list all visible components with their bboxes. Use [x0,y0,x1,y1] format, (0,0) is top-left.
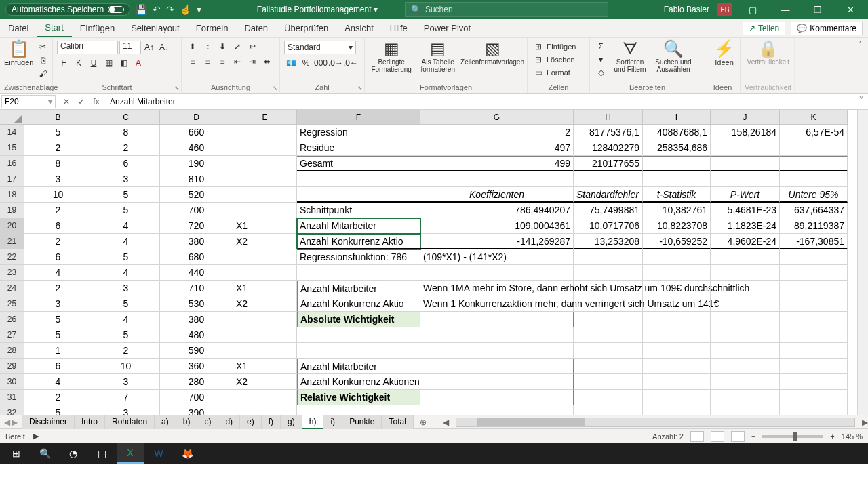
sheet-tab-f)[interactable]: f) [261,415,281,429]
cell[interactable] [643,390,711,405]
row-header-19[interactable]: 19 [0,203,24,218]
cell[interactable]: 497 [420,140,574,156]
cell[interactable]: 10 [24,187,92,203]
row-header-27[interactable]: 27 [0,327,24,343]
cell[interactable] [297,405,420,415]
ribbon-mode-icon[interactable]: ▢ [741,5,765,15]
cell[interactable]: 380 [160,312,233,327]
cell[interactable] [574,327,643,343]
increase-font-icon[interactable]: A↑ [142,41,156,54]
cell[interactable] [297,171,420,187]
view-normal-icon[interactable] [690,431,704,442]
cell[interactable] [574,405,643,415]
expand-icon[interactable]: ⤡ [174,85,180,92]
row-header-31[interactable]: 31 [0,390,24,405]
cell[interactable] [780,359,848,374]
cancel-formula-icon[interactable]: ✕ [60,97,73,106]
row-header-32[interactable]: 32 [0,405,24,415]
sheet-tab-Rohdaten[interactable]: Rohdaten [104,415,155,429]
borders-button[interactable]: ▦ [102,57,115,69]
cell[interactable] [780,140,848,156]
row-header-26[interactable]: 26 [0,312,24,327]
cell[interactable]: 360 [160,359,233,374]
fill-icon[interactable]: ▾ [594,54,608,66]
row-header-28[interactable]: 28 [0,343,24,359]
cell[interactable]: t-Statistik [643,187,711,203]
cell[interactable]: 4,9602E-24 [711,234,780,249]
cell[interactable]: Residue [297,140,420,156]
cell[interactable]: 280 [160,374,233,390]
cell[interactable]: 720 [160,218,233,234]
sheet-tab-Disclaimer[interactable]: Disclaimer [22,415,75,429]
col-header-B[interactable]: B [24,110,92,125]
cell[interactable]: 700 [160,390,233,405]
sheet-tab-Intro[interactable]: Intro [74,415,105,429]
cell[interactable]: 6 [24,359,92,374]
orientation-icon[interactable]: ⤢ [231,41,244,53]
cell[interactable]: 5 [92,187,160,203]
select-all-button[interactable] [0,110,24,125]
align-left-icon[interactable]: ≡ [186,56,199,68]
sheet-tab-c)[interactable]: c) [197,415,218,429]
cell[interactable]: Anzahl Mitarbeiter [297,218,420,234]
cell[interactable] [420,265,574,281]
cell[interactable] [780,327,848,343]
sheet-tab-Total[interactable]: Total [381,415,413,429]
sheet-tab-a)[interactable]: a) [154,415,176,429]
cell[interactable]: 499 [420,156,574,171]
tab-seitenlayout[interactable]: Seitenlayout [123,19,188,37]
col-header-H[interactable]: H [574,110,643,125]
col-header-J[interactable]: J [711,110,780,125]
cell[interactable] [711,343,780,359]
cell[interactable]: 3 [92,171,160,187]
cell[interactable] [711,249,780,265]
cell[interactable] [574,359,643,374]
cell[interactable] [420,312,574,327]
cell[interactable] [233,265,297,281]
share-button[interactable]: ↗Teilen [743,22,785,35]
add-sheet-button[interactable]: ⊕ [417,418,429,427]
cell[interactable] [574,171,643,187]
firefox-taskbar-icon[interactable]: 🦊 [174,443,201,464]
expand-icon[interactable]: ⤡ [357,85,363,92]
name-box[interactable]: F20▾ [1,95,56,108]
expand-formula-icon[interactable]: ˅ [854,95,868,108]
cell[interactable]: 7 [92,390,160,405]
collapse-ribbon-icon[interactable]: ˄ [853,38,868,93]
sheet-tab-i)[interactable]: i) [323,415,342,429]
cell[interactable]: (109*X1) - (141*X2) [420,249,574,265]
cell[interactable]: 10,0717706 [574,218,643,234]
cell[interactable]: 89,2119387 [780,218,848,234]
cell[interactable]: 700 [160,203,233,218]
font-color-button[interactable]: A [132,57,145,69]
cell[interactable] [233,405,297,415]
close-icon[interactable]: ✕ [838,5,863,15]
tab-ueberpruefen[interactable]: Überprüfen [276,19,336,37]
cell[interactable]: 460 [160,140,233,156]
font-name-combo[interactable]: Calibri [57,41,118,54]
cell[interactable] [233,140,297,156]
spreadsheet-grid[interactable]: 14151617181920212223242526272829303132 B… [0,110,868,415]
cell[interactable]: 6 [24,218,92,234]
comma-icon[interactable]: 000 [314,57,328,69]
cell[interactable]: Regression [297,125,420,140]
tab-hilfe[interactable]: Hilfe [382,19,416,37]
cell[interactable]: 3 [92,374,160,390]
cell[interactable] [233,343,297,359]
copy-icon[interactable]: ⎘ [36,54,50,66]
italic-button[interactable]: K [72,57,85,69]
cell[interactable]: 380 [160,234,233,249]
tab-ansicht[interactable]: Ansicht [336,19,382,37]
tab-formeln[interactable]: Formeln [188,19,237,37]
cell[interactable]: Schnittpunkt [297,203,420,218]
cell[interactable] [711,140,780,156]
cell[interactable] [643,296,711,312]
cell[interactable] [643,405,711,415]
tab-start[interactable]: Start [37,19,71,37]
cell[interactable] [420,359,574,374]
cell[interactable]: 5 [24,405,92,415]
cell[interactable]: 3 [92,281,160,296]
cell[interactable] [574,374,643,390]
cell[interactable] [643,281,711,296]
cell[interactable]: 6 [92,156,160,171]
